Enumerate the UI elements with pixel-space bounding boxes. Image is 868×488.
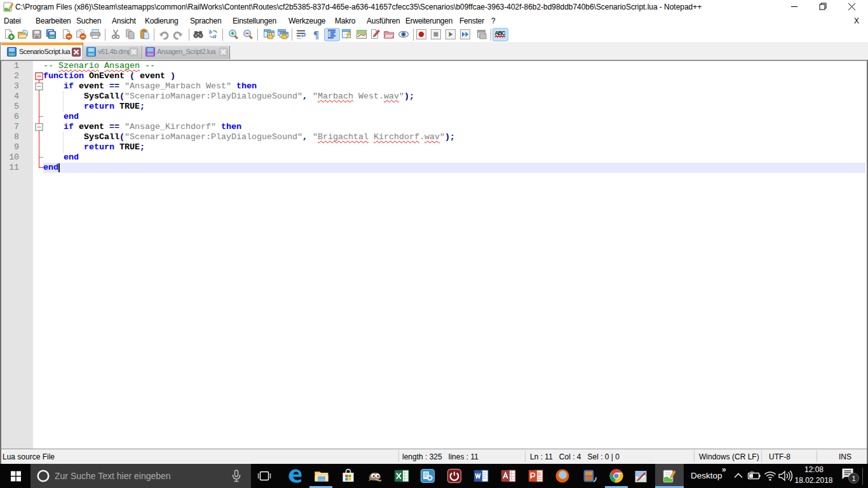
svg-text:a: a [213, 32, 217, 39]
svg-text:¶: ¶ [313, 29, 319, 40]
svg-text:b: b [209, 29, 212, 35]
